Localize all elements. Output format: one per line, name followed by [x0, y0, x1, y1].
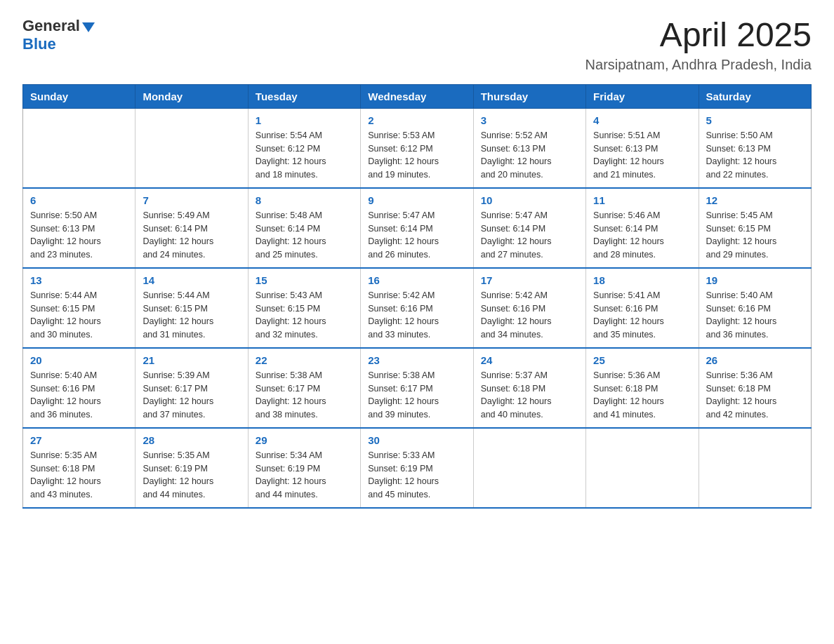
day-number: 28: [143, 434, 240, 446]
calendar-cell: 26Sunrise: 5:36 AMSunset: 6:18 PMDayligh…: [699, 348, 811, 428]
day-number: 23: [368, 354, 465, 366]
day-number: 4: [593, 114, 691, 126]
day-number: 8: [256, 194, 353, 206]
day-info: Sunrise: 5:37 AMSunset: 6:18 PMDaylight:…: [481, 369, 578, 422]
calendar-cell: 4Sunrise: 5:51 AMSunset: 6:13 PMDaylight…: [586, 108, 699, 188]
day-info: Sunrise: 5:40 AMSunset: 6:16 PMDaylight:…: [706, 289, 804, 342]
calendar-cell: 20Sunrise: 5:40 AMSunset: 6:16 PMDayligh…: [23, 348, 135, 428]
day-info: Sunrise: 5:33 AMSunset: 6:19 PMDaylight:…: [368, 449, 465, 502]
day-number: 25: [593, 354, 691, 366]
day-number: 30: [368, 434, 465, 446]
calendar-table: SundayMondayTuesdayWednesdayThursdayFrid…: [22, 84, 812, 509]
calendar-body: 1Sunrise: 5:54 AMSunset: 6:12 PMDaylight…: [23, 108, 812, 508]
calendar-cell: 27Sunrise: 5:35 AMSunset: 6:18 PMDayligh…: [23, 428, 135, 508]
day-number: 2: [368, 114, 465, 126]
calendar-cell: 11Sunrise: 5:46 AMSunset: 6:14 PMDayligh…: [586, 188, 699, 268]
day-info: Sunrise: 5:43 AMSunset: 6:15 PMDaylight:…: [256, 289, 353, 342]
weekday-header-friday: Friday: [586, 84, 699, 108]
day-info: Sunrise: 5:34 AMSunset: 6:19 PMDaylight:…: [256, 449, 353, 502]
day-number: 1: [256, 114, 353, 126]
day-info: Sunrise: 5:46 AMSunset: 6:14 PMDaylight:…: [593, 209, 691, 262]
calendar-week-2: 13Sunrise: 5:44 AMSunset: 6:15 PMDayligh…: [23, 268, 812, 348]
day-info: Sunrise: 5:45 AMSunset: 6:15 PMDaylight:…: [706, 209, 804, 262]
weekday-header-monday: Monday: [135, 84, 248, 108]
day-info: Sunrise: 5:47 AMSunset: 6:14 PMDaylight:…: [368, 209, 465, 262]
day-number: 13: [30, 274, 128, 286]
day-info: Sunrise: 5:36 AMSunset: 6:18 PMDaylight:…: [593, 369, 691, 422]
day-number: 5: [706, 114, 804, 126]
calendar-cell: 2Sunrise: 5:53 AMSunset: 6:12 PMDaylight…: [361, 108, 473, 188]
day-info: Sunrise: 5:42 AMSunset: 6:16 PMDaylight:…: [481, 289, 578, 342]
weekday-header-sunday: Sunday: [23, 84, 135, 108]
calendar-cell: 28Sunrise: 5:35 AMSunset: 6:19 PMDayligh…: [135, 428, 248, 508]
day-info: Sunrise: 5:35 AMSunset: 6:18 PMDaylight:…: [30, 449, 128, 502]
day-info: Sunrise: 5:50 AMSunset: 6:13 PMDaylight:…: [706, 129, 804, 182]
day-number: 12: [706, 194, 804, 206]
calendar-cell: 5Sunrise: 5:50 AMSunset: 6:13 PMDaylight…: [699, 108, 811, 188]
calendar-cell: [135, 108, 248, 188]
page-header: General Blue April 2025 Narsipatnam, And…: [22, 17, 812, 73]
calendar-cell: 21Sunrise: 5:39 AMSunset: 6:17 PMDayligh…: [135, 348, 248, 428]
calendar-cell: 30Sunrise: 5:33 AMSunset: 6:19 PMDayligh…: [361, 428, 473, 508]
calendar-week-0: 1Sunrise: 5:54 AMSunset: 6:12 PMDaylight…: [23, 108, 812, 188]
calendar-cell: 1Sunrise: 5:54 AMSunset: 6:12 PMDaylight…: [248, 108, 360, 188]
day-number: 7: [143, 194, 240, 206]
day-info: Sunrise: 5:52 AMSunset: 6:13 PMDaylight:…: [481, 129, 578, 182]
weekday-header-row: SundayMondayTuesdayWednesdayThursdayFrid…: [23, 84, 812, 108]
logo-general-text: General: [22, 17, 80, 35]
day-info: Sunrise: 5:44 AMSunset: 6:15 PMDaylight:…: [143, 289, 240, 342]
calendar-cell: 25Sunrise: 5:36 AMSunset: 6:18 PMDayligh…: [586, 348, 699, 428]
calendar-cell: [699, 428, 811, 508]
calendar-cell: 12Sunrise: 5:45 AMSunset: 6:15 PMDayligh…: [699, 188, 811, 268]
day-info: Sunrise: 5:51 AMSunset: 6:13 PMDaylight:…: [593, 129, 691, 182]
day-number: 16: [368, 274, 465, 286]
calendar-cell: 15Sunrise: 5:43 AMSunset: 6:15 PMDayligh…: [248, 268, 360, 348]
day-number: 9: [368, 194, 465, 206]
day-info: Sunrise: 5:50 AMSunset: 6:13 PMDaylight:…: [30, 209, 128, 262]
day-number: 21: [143, 354, 240, 366]
day-info: Sunrise: 5:40 AMSunset: 6:16 PMDaylight:…: [30, 369, 128, 422]
day-number: 10: [481, 194, 578, 206]
day-number: 15: [256, 274, 353, 286]
logo: General Blue: [22, 17, 95, 53]
day-number: 14: [143, 274, 240, 286]
day-info: Sunrise: 5:49 AMSunset: 6:14 PMDaylight:…: [143, 209, 240, 262]
calendar-cell: 19Sunrise: 5:40 AMSunset: 6:16 PMDayligh…: [699, 268, 811, 348]
logo-blue-text: Blue: [22, 35, 56, 53]
calendar-cell: 6Sunrise: 5:50 AMSunset: 6:13 PMDaylight…: [23, 188, 135, 268]
day-number: 20: [30, 354, 128, 366]
day-number: 29: [256, 434, 353, 446]
location-title: Narsipatnam, Andhra Pradesh, India: [585, 57, 812, 73]
day-info: Sunrise: 5:38 AMSunset: 6:17 PMDaylight:…: [256, 369, 353, 422]
month-title: April 2025: [585, 17, 812, 54]
calendar-cell: 10Sunrise: 5:47 AMSunset: 6:14 PMDayligh…: [473, 188, 585, 268]
weekday-header-saturday: Saturday: [699, 84, 811, 108]
calendar-cell: 7Sunrise: 5:49 AMSunset: 6:14 PMDaylight…: [135, 188, 248, 268]
day-number: 3: [481, 114, 578, 126]
calendar-cell: 16Sunrise: 5:42 AMSunset: 6:16 PMDayligh…: [361, 268, 473, 348]
logo-triangle-icon: [82, 22, 95, 32]
day-number: 18: [593, 274, 691, 286]
day-info: Sunrise: 5:36 AMSunset: 6:18 PMDaylight:…: [706, 369, 804, 422]
day-info: Sunrise: 5:53 AMSunset: 6:12 PMDaylight:…: [368, 129, 465, 182]
calendar-cell: 24Sunrise: 5:37 AMSunset: 6:18 PMDayligh…: [473, 348, 585, 428]
calendar-cell: [586, 428, 699, 508]
day-info: Sunrise: 5:35 AMSunset: 6:19 PMDaylight:…: [143, 449, 240, 502]
calendar-cell: 14Sunrise: 5:44 AMSunset: 6:15 PMDayligh…: [135, 268, 248, 348]
calendar-week-4: 27Sunrise: 5:35 AMSunset: 6:18 PMDayligh…: [23, 428, 812, 508]
calendar-cell: [23, 108, 135, 188]
calendar-cell: 23Sunrise: 5:38 AMSunset: 6:17 PMDayligh…: [361, 348, 473, 428]
weekday-header-wednesday: Wednesday: [361, 84, 473, 108]
day-number: 26: [706, 354, 804, 366]
day-number: 19: [706, 274, 804, 286]
calendar-cell: [473, 428, 585, 508]
title-block: April 2025 Narsipatnam, Andhra Pradesh, …: [585, 17, 812, 73]
day-info: Sunrise: 5:42 AMSunset: 6:16 PMDaylight:…: [368, 289, 465, 342]
day-info: Sunrise: 5:54 AMSunset: 6:12 PMDaylight:…: [256, 129, 353, 182]
day-info: Sunrise: 5:44 AMSunset: 6:15 PMDaylight:…: [30, 289, 128, 342]
calendar-cell: 3Sunrise: 5:52 AMSunset: 6:13 PMDaylight…: [473, 108, 585, 188]
day-number: 24: [481, 354, 578, 366]
day-info: Sunrise: 5:39 AMSunset: 6:17 PMDaylight:…: [143, 369, 240, 422]
weekday-header-tuesday: Tuesday: [248, 84, 360, 108]
calendar-cell: 13Sunrise: 5:44 AMSunset: 6:15 PMDayligh…: [23, 268, 135, 348]
